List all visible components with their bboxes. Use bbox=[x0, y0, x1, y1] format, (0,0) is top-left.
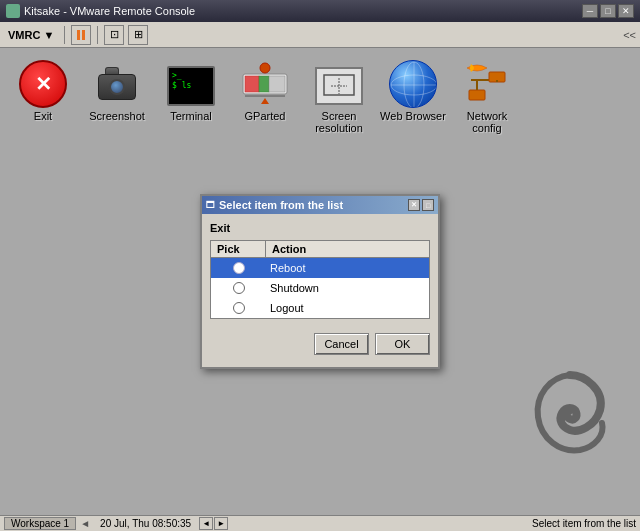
dialog-close-button[interactable]: ✕ bbox=[408, 199, 420, 211]
nav-prev-button[interactable]: ◄ bbox=[199, 517, 213, 530]
cancel-button[interactable]: Cancel bbox=[314, 333, 369, 355]
dialog-section-label: Exit bbox=[210, 222, 430, 234]
workspace-button[interactable]: Workspace 1 bbox=[4, 517, 76, 530]
dialog-title-bar: 🗔 Select item from the list ✕ □ bbox=[202, 196, 438, 214]
app-icon bbox=[6, 4, 20, 18]
title-bar: Kitsake - VMware Remote Console ─ □ ✕ bbox=[0, 0, 640, 22]
col-pick-header: Pick bbox=[211, 241, 266, 257]
minimize-button[interactable]: ─ bbox=[582, 4, 598, 18]
statusbar-nav: ◄ ► bbox=[199, 517, 228, 530]
shutdown-radio-container bbox=[211, 282, 266, 294]
reboot-radio-container bbox=[211, 262, 266, 274]
toolbar-separator bbox=[64, 26, 65, 44]
dialog-maximize-button[interactable]: □ bbox=[422, 199, 434, 211]
display-button[interactable]: ⊡ bbox=[104, 25, 124, 45]
nav-next-button[interactable]: ► bbox=[214, 517, 228, 530]
pause-button[interactable] bbox=[71, 25, 91, 45]
reboot-radio[interactable] bbox=[233, 262, 245, 274]
dialog-title-controls: ✕ □ bbox=[408, 199, 434, 211]
display-icon: ⊡ bbox=[110, 28, 119, 41]
dialog-row-logout[interactable]: Logout bbox=[211, 298, 429, 318]
toolbar: VMRC ▼ ⊡ ⊞ << bbox=[0, 22, 640, 48]
dialog-row-shutdown[interactable]: Shutdown bbox=[211, 278, 429, 298]
reboot-label: Reboot bbox=[266, 261, 429, 275]
vmrc-menu[interactable]: VMRC ▼ bbox=[4, 29, 58, 41]
statusbar-arrow-left: ◄ bbox=[80, 518, 90, 529]
close-button[interactable]: ✕ bbox=[618, 4, 634, 18]
dialog-table: Pick Action Reboot bbox=[210, 240, 430, 319]
dialog-table-header: Pick Action bbox=[211, 241, 429, 258]
ok-button[interactable]: OK bbox=[375, 333, 430, 355]
shutdown-radio[interactable] bbox=[233, 282, 245, 294]
toolbar-separator-2 bbox=[97, 26, 98, 44]
pause-icon bbox=[77, 30, 85, 40]
shutdown-label: Shutdown bbox=[266, 281, 429, 295]
statusbar-datetime: 20 Jul, Thu 08:50:35 bbox=[94, 518, 197, 529]
logout-radio-container bbox=[211, 302, 266, 314]
select-item-dialog: 🗔 Select item from the list ✕ □ Exit Pic… bbox=[200, 194, 440, 369]
dialog-body: Exit Pick Action Reboot bbox=[202, 214, 438, 367]
modal-overlay: 🗔 Select item from the list ✕ □ Exit Pic… bbox=[0, 48, 640, 515]
collapse-arrows[interactable]: << bbox=[623, 29, 636, 41]
logout-label: Logout bbox=[266, 301, 429, 315]
desktop: Exit Screenshot >_$ ls Terminal bbox=[0, 48, 640, 515]
logout-radio[interactable] bbox=[233, 302, 245, 314]
statusbar: Workspace 1 ◄ 20 Jul, Thu 08:50:35 ◄ ► S… bbox=[0, 515, 640, 531]
col-action-header: Action bbox=[266, 241, 312, 257]
window-title: Kitsake - VMware Remote Console bbox=[24, 5, 582, 17]
dialog-title: Select item from the list bbox=[219, 199, 343, 211]
fullscreen-button[interactable]: ⊞ bbox=[128, 25, 148, 45]
dialog-row-reboot[interactable]: Reboot bbox=[211, 258, 429, 278]
fullscreen-icon: ⊞ bbox=[134, 28, 143, 41]
statusbar-status-text: Select item from the list bbox=[532, 518, 636, 529]
dialog-actions: Cancel OK bbox=[210, 329, 430, 359]
restore-button[interactable]: □ bbox=[600, 4, 616, 18]
statusbar-left: Workspace 1 ◄ 20 Jul, Thu 08:50:35 ◄ ► bbox=[4, 517, 228, 530]
window-controls: ─ □ ✕ bbox=[582, 4, 634, 18]
